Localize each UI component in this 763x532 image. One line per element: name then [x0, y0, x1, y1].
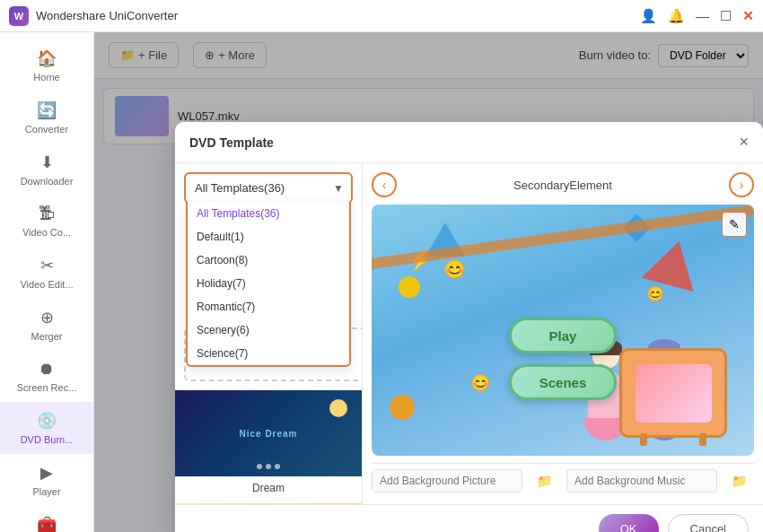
smiley-1: 😊 — [443, 258, 466, 280]
maximize-btn[interactable]: ☐ — [720, 8, 732, 24]
sidebar-label-compress: Video Co... — [22, 227, 71, 238]
minimize-btn[interactable]: — — [696, 8, 709, 23]
screen-rec-icon: ⏺ — [39, 360, 55, 379]
dream-text-label: Nice Dream — [239, 429, 297, 439]
dropdown-item-cartoon[interactable]: Cartoon(8) — [188, 249, 349, 272]
dream-moon — [329, 399, 347, 417]
prev-template-button[interactable]: ‹ — [372, 172, 397, 197]
dropdown-item-scenery[interactable]: Scenery(6) — [188, 318, 349, 342]
sidebar-item-toolbox[interactable]: 🧰 Toolbox — [0, 506, 93, 532]
next-template-button[interactable]: › — [729, 172, 754, 197]
cancel-button[interactable]: Cancel — [668, 514, 749, 532]
bg-music-input[interactable] — [566, 469, 717, 493]
tv-screen — [636, 364, 712, 423]
merger-icon: ⊕ — [40, 308, 54, 327]
dialog-title: DVD Template — [189, 135, 274, 150]
preview-panel: ‹ SecondaryElement › — [363, 163, 763, 504]
sidebar-item-video-compress[interactable]: 🗜 Video Co... — [0, 196, 93, 247]
circle-orange — [390, 395, 415, 420]
circle-yellow — [399, 276, 420, 298]
dream-dot-3 — [275, 464, 280, 469]
dialog-footer: OK Cancel — [175, 504, 763, 532]
template-left-panel: All Templates(36) Default(1) Cartoon(8) … — [175, 163, 363, 504]
kids-thumbnail: MY KIDS — [175, 501, 363, 504]
sidebar-label-player: Player — [32, 486, 60, 497]
preview-canvas: ⚡ ⚡ 😊 😊 😊 — [372, 205, 754, 456]
kids-bg: MY KIDS — [175, 503, 363, 504]
dropdown-item-default[interactable]: Default(1) — [188, 225, 349, 249]
sidebar-item-video-editor[interactable]: ✂ Video Edit... — [0, 247, 93, 299]
dream-dot-1 — [257, 464, 262, 469]
smiley-3: 😊 — [646, 285, 664, 302]
sidebar-label-dvd-burn: DVD Burn... — [21, 434, 74, 445]
dream-thumbnail: Nice Dream — [175, 388, 363, 478]
dialog-overlay: DVD Template × All Templates(36) Default… — [94, 32, 763, 532]
bg-picture-folder-button[interactable]: 📁 — [530, 469, 559, 493]
app-icon: W — [9, 6, 29, 26]
tv-leg-left — [640, 433, 647, 446]
preview-nav: ‹ SecondaryElement › — [372, 172, 754, 197]
main-layout: 🏠 Home 🔄 Converter ⬇ Downloader 🗜 Video … — [0, 32, 763, 532]
anime-buttons: Play Scenes — [509, 318, 617, 400]
triangle-red — [642, 234, 706, 292]
app-title: Wondershare UniConverter — [36, 9, 178, 22]
sidebar-label-downloader: Downloader — [21, 176, 74, 187]
editor-icon: ✂ — [40, 256, 54, 275]
sidebar-label-screen-rec: Screen Rec... — [17, 382, 77, 393]
tv-leg-right — [699, 433, 706, 446]
preview-label: SecondaryElement — [513, 179, 612, 192]
sidebar-item-home[interactable]: 🏠 Home — [0, 39, 93, 92]
sidebar: 🏠 Home 🔄 Converter ⬇ Downloader 🗜 Video … — [0, 32, 94, 532]
template-category-dropdown: All Templates(36) Default(1) Cartoon(8) … — [184, 172, 353, 204]
title-bar-icons: 👤 🔔 — ☐ ✕ — [640, 8, 754, 24]
sidebar-item-converter[interactable]: 🔄 Converter — [0, 92, 93, 144]
dream-bg: Nice Dream — [175, 390, 363, 476]
sidebar-item-screen-rec[interactable]: ⏺ Screen Rec... — [0, 351, 93, 402]
anime-scenes-button[interactable]: Scenes — [509, 364, 617, 400]
dropdown-item-holiday[interactable]: Holiday(7) — [188, 272, 349, 295]
home-icon: 🏠 — [37, 48, 57, 68]
category-select[interactable]: All Templates(36) Default(1) Cartoon(8) … — [188, 176, 349, 200]
content-area: 📁 + File ⊕ + More Burn video to: DVD Fol… — [94, 32, 763, 532]
template-item-kids[interactable]: MY KIDS Kids — [184, 501, 353, 504]
downloader-icon: ⬇ — [40, 153, 54, 172]
anime-play-button[interactable]: Play — [509, 318, 617, 353]
dvd-burn-icon: 💿 — [37, 411, 57, 431]
sidebar-item-merger[interactable]: ⊕ Merger — [0, 299, 93, 351]
title-bar-left: W Wondershare UniConverter — [9, 6, 178, 26]
dream-name: Dream — [252, 482, 285, 494]
dialog-header: DVD Template × — [175, 122, 763, 163]
sidebar-label-converter: Converter — [25, 124, 68, 135]
dropdown-item-all[interactable]: All Templates(36) — [188, 202, 349, 225]
dream-dots — [257, 464, 280, 469]
dropdown-item-romantic[interactable]: Romantic(7) — [188, 295, 349, 318]
dream-dot-2 — [266, 464, 271, 469]
bell-icon[interactable]: 🔔 — [668, 8, 685, 24]
dvd-template-dialog: DVD Template × All Templates(36) Default… — [175, 122, 763, 532]
anime-preview-bg: ⚡ ⚡ 😊 😊 😊 — [372, 205, 754, 456]
compress-icon: 🗜 — [39, 205, 55, 223]
player-icon: ▶ — [40, 463, 53, 483]
sidebar-item-dvd-burn[interactable]: 💿 DVD Burn... — [0, 402, 93, 454]
dropdown-item-science[interactable]: Science(7) — [188, 342, 349, 365]
preview-bottom: 📁 📁 — [372, 463, 754, 498]
bg-music-folder-button[interactable]: 📁 — [724, 469, 754, 493]
converter-icon: 🔄 — [37, 100, 57, 120]
title-bar: W Wondershare UniConverter 👤 🔔 — ☐ ✕ — [0, 0, 763, 32]
dialog-body: All Templates(36) Default(1) Cartoon(8) … — [175, 163, 763, 504]
close-btn[interactable]: ✕ — [742, 8, 754, 24]
sidebar-label-merger: Merger — [31, 331, 63, 342]
smiley-2: 😊 — [470, 373, 490, 393]
bg-picture-input[interactable] — [372, 469, 522, 493]
sidebar-item-player[interactable]: ▶ Player — [0, 454, 93, 506]
sidebar-item-downloader[interactable]: ⬇ Downloader — [0, 144, 93, 196]
edit-template-button[interactable]: ✎ — [722, 212, 747, 237]
ok-button[interactable]: OK — [599, 514, 659, 532]
toolbox-icon: 🧰 — [37, 515, 57, 532]
dropdown-open-list: All Templates(36) Default(1) Cartoon(8) … — [186, 202, 351, 367]
template-item-dream[interactable]: Nice Dream Dream — [184, 388, 353, 494]
dialog-close-button[interactable]: × — [739, 133, 749, 152]
sidebar-label-home: Home — [33, 72, 59, 83]
tv-element — [619, 348, 727, 438]
user-icon[interactable]: 👤 — [640, 8, 657, 24]
